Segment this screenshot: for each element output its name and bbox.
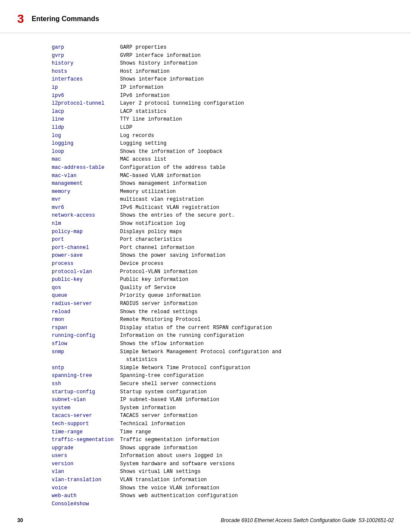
page-header: 3 Entering Commands <box>0 0 411 33</box>
book-title: Brocade 6910 Ethernet Access Switch Conf… <box>221 517 356 523</box>
page-number: 30 <box>17 517 23 523</box>
doc-number: 53-1002651-02 <box>359 517 394 523</box>
code-block: garp GARP properties gvrp GVRP interface… <box>52 44 394 508</box>
chapter-number: 3 <box>17 12 24 26</box>
page-footer: 30 Brocade 6910 Ethernet Access Switch C… <box>0 517 411 523</box>
book-info: Brocade 6910 Ethernet Access Switch Conf… <box>221 517 394 523</box>
main-content: garp GARP properties gvrp GVRP interface… <box>0 33 411 532</box>
chapter-title: Entering Commands <box>32 15 99 23</box>
